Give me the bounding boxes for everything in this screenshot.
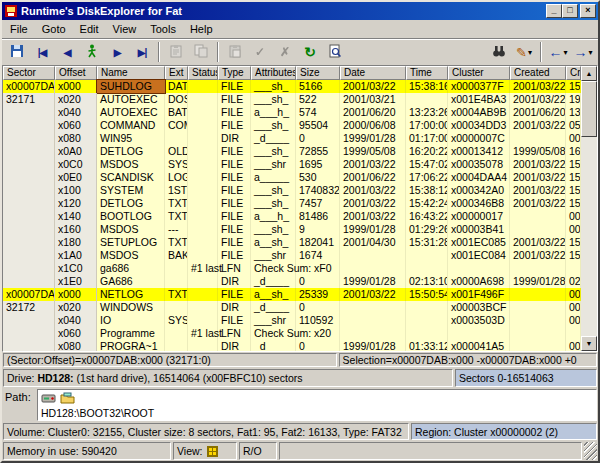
table-row[interactable]: x1C0ga686#1 lastLFNCheck Sum: xF0 [3, 262, 581, 275]
print-preview-button[interactable] [323, 41, 347, 63]
cell-crea: 19: [566, 93, 581, 106]
table-row[interactable]: 32171x020AUTOEXECDOSFILE___sh_5222001/03… [3, 93, 581, 106]
table-row[interactable]: x080WIN95DIR_d____01999/01/2801:17:00x00… [3, 132, 581, 145]
menu-file[interactable]: File [3, 21, 35, 37]
copy-special-button[interactable] [189, 41, 213, 63]
cell-created: 2001/03/22 [510, 197, 566, 210]
save-button[interactable] [5, 41, 29, 63]
goto-button[interactable] [80, 41, 104, 63]
cell-size: 574 [296, 106, 340, 119]
table-row[interactable]: x080PROGRA~1DIR_d____01999/01/2801:33:12… [3, 340, 581, 351]
table-row[interactable]: x00007DABx000SUHDLOGDATFILE___sh_5166200… [3, 80, 581, 93]
cell-type: FILE [218, 236, 251, 249]
column-header-size[interactable]: Size [296, 66, 340, 80]
vertical-scrollbar[interactable]: ▲ ▼ [581, 66, 597, 351]
folder-small-icon[interactable] [60, 392, 75, 406]
copy-button[interactable] [164, 41, 188, 63]
cell-offset: x020 [55, 93, 97, 106]
last-sector-button[interactable]: ▶| [130, 41, 154, 63]
drive-name: HD128: [37, 372, 73, 384]
drive-details: (1st hard drive), 16514064 (x00FBFC10) s… [77, 372, 303, 384]
table-row[interactable]: x060Programme#1 lastLFNCheck Sum: x20 [3, 327, 581, 340]
column-header-name[interactable]: Name [97, 66, 165, 80]
column-header-date[interactable]: Date [340, 66, 406, 80]
table-row[interactable]: x160MSDOS---FILE___sh_91999/01/2801:29:2… [3, 223, 581, 236]
dropdown-arrow-icon[interactable]: ▾ [528, 48, 532, 57]
column-header-offset[interactable]: Offset [55, 66, 97, 80]
titlebar[interactable]: Runtime's DiskExplorer for Fat _□× [2, 2, 598, 20]
cell-crea [566, 262, 581, 275]
column-header-status[interactable]: Status [188, 66, 218, 80]
column-header-created[interactable]: Created [510, 66, 566, 80]
cell-offset: x080 [55, 340, 97, 351]
table-row[interactable]: x0E0SCANDISKLOGFILEa_____5302001/06/2217… [3, 171, 581, 184]
cell-sector [3, 340, 55, 351]
scroll-up-button[interactable]: ▲ [581, 66, 597, 81]
cell-cluster: x00034DD3 [448, 119, 510, 132]
menu-help[interactable]: Help [183, 21, 220, 37]
table-row[interactable]: x1E0GA686DIR_d____01999/01/2802:13:10x00… [3, 275, 581, 288]
column-header-sector[interactable]: Sector [3, 66, 55, 80]
close-button[interactable]: × [580, 4, 596, 18]
discard-changes-button[interactable]: ✗ [273, 41, 297, 63]
cell-crea: 00: [566, 340, 581, 351]
cell-time: 01:29:26 [406, 223, 448, 236]
column-header-type[interactable]: Type [218, 66, 251, 80]
table-row[interactable]: x040AUTOEXECBATFILEa___h_5742001/06/2013… [3, 106, 581, 119]
table-row[interactable]: x00007DACx000NETLOGTXTFILEa__sh_25339200… [3, 288, 581, 301]
cell-crea: 13: [566, 106, 581, 119]
table-row[interactable]: 32172x020WINDOWSDIR_d____0x00003BCF00: [3, 301, 581, 314]
scrollbar-thumb[interactable] [581, 81, 597, 137]
next-sector-button[interactable]: ▶ [105, 41, 129, 63]
column-header-crea[interactable]: Crea [566, 66, 581, 80]
table-row[interactable]: x060COMMANDCOMFILE___sh_955042000/06/081… [3, 119, 581, 132]
cell-status: #1 last [188, 327, 218, 340]
menu-view[interactable]: View [106, 21, 144, 37]
previous-sector-button[interactable]: ◀ [55, 41, 79, 63]
table-row[interactable]: x0C0MSDOSSYSFILE___shr16952001/03/2215:4… [3, 158, 581, 171]
table-row[interactable]: x140BOOTLOGTXTFILEa___h_814862001/03/221… [3, 210, 581, 223]
paste-button[interactable] [223, 41, 247, 63]
cell-created [510, 288, 566, 301]
write-changes-button[interactable]: ✓ [248, 41, 272, 63]
menu-goto[interactable]: Goto [35, 21, 73, 37]
cell-cluster: x001E4BA3 [448, 93, 510, 106]
table-row[interactable]: x040IOSYSFILE___shr110592x0003503D00: [3, 314, 581, 327]
search-button[interactable] [487, 41, 511, 63]
table-row[interactable]: x180SETUPLOGTXTFILEa__sh_1820412001/04/3… [3, 236, 581, 249]
resize-grip[interactable] [584, 442, 597, 460]
drive-small-icon[interactable] [41, 392, 56, 406]
cell-date [340, 249, 406, 262]
scroll-down-button[interactable]: ▼ [581, 336, 597, 351]
column-header-ext[interactable]: Ext [165, 66, 188, 80]
column-header-time[interactable]: Time [406, 66, 448, 80]
path-box[interactable]: HD128:\BOOT32\ROOT [37, 389, 597, 421]
edit-mode-button[interactable]: ✎▾ [512, 41, 536, 63]
selection-status: Selection=x00007DAB:x000 -x00007DAB:x000… [339, 353, 597, 367]
cell-cluster: x0000A698 [448, 275, 510, 288]
maximize-button[interactable]: □ [562, 4, 578, 18]
dropdown-arrow-icon[interactable]: ▾ [588, 48, 592, 57]
column-header-attr[interactable]: Attributes [251, 66, 296, 80]
cell-type: FILE [218, 80, 251, 93]
column-header-cluster[interactable]: Cluster [448, 66, 510, 80]
dropdown-arrow-icon[interactable]: ▾ [563, 48, 567, 57]
back-button[interactable]: ←▾ [546, 41, 570, 63]
table-row[interactable]: x100SYSTEM1STFILE___sh_17408322001/03/22… [3, 184, 581, 197]
table-row[interactable]: x1A0MSDOSBAKFILE___shr1674x001EC0842001/… [3, 249, 581, 262]
forward-button[interactable]: →▾ [571, 41, 595, 63]
cell-attr: ___sh_ [251, 119, 296, 132]
menu-tools[interactable]: Tools [143, 21, 183, 37]
table-row[interactable]: x120DETLOGTXTFILE___sh_74572001/03/2215:… [3, 197, 581, 210]
menu-edit[interactable]: Edit [73, 21, 106, 37]
table-row[interactable]: x0A0DETLOGOLDFILE___sh_728551999/05/0816… [3, 145, 581, 158]
cell-attr: a___h_ [251, 210, 296, 223]
cell-cluster: x0004DAA4 [448, 171, 510, 184]
scrollbar-track[interactable] [581, 81, 597, 336]
first-sector-button[interactable]: |◀ [30, 41, 54, 63]
check-icon: ✓ [255, 45, 265, 59]
cell-status [188, 184, 218, 197]
minimize-button[interactable]: _ [546, 4, 562, 18]
cell-offset: x120 [55, 197, 97, 210]
refresh-button[interactable]: ↻ [298, 41, 322, 63]
